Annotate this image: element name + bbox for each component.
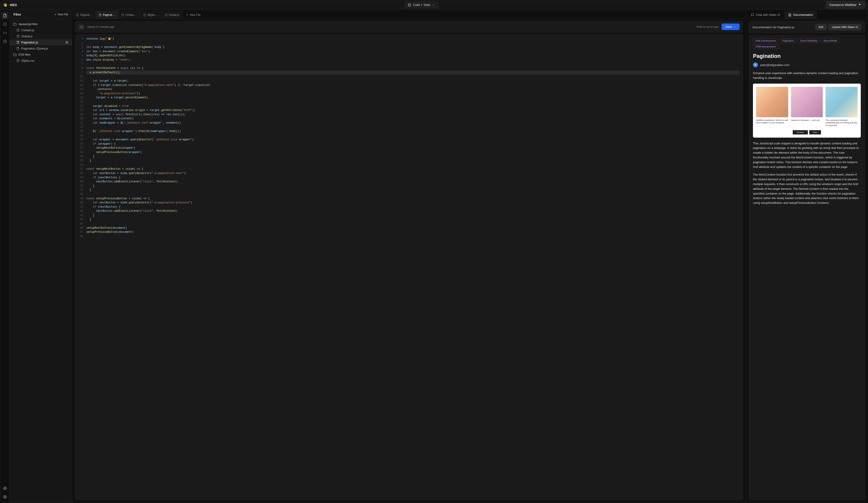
svg-line-7 bbox=[5, 497, 6, 498]
doc-preview: Webflow localization: What it is and why… bbox=[753, 84, 861, 138]
svg-line-6 bbox=[4, 496, 4, 496]
code-icon bbox=[3, 31, 7, 34]
editor-tabs: Paginati…Paginat…Contac…Styles.…Global.j… bbox=[73, 11, 745, 19]
doc-tags: Web DevelopmentPaginationEvent HandlingA… bbox=[753, 35, 861, 51]
file-icon bbox=[3, 14, 7, 18]
folder-icon bbox=[13, 23, 17, 26]
file-label: Pagination JQuery.js bbox=[21, 47, 48, 50]
right-panel-tabs: Chat with Slater AIDocumentation bbox=[747, 11, 867, 19]
file-row[interactable]: Pagination JQuery.js bbox=[10, 45, 72, 52]
update-slater-button[interactable]: Update With Slater AI bbox=[828, 24, 861, 30]
box-icon bbox=[3, 22, 7, 26]
sidebar: Files New File Javascript filesContact.j… bbox=[10, 10, 72, 503]
doc-tag[interactable]: DOM Manipulation bbox=[753, 44, 778, 49]
editor-tab[interactable]: Paginat… bbox=[96, 11, 118, 19]
save-button[interactable]: Save bbox=[722, 23, 740, 30]
rail-code[interactable] bbox=[1, 29, 9, 36]
wave-icon: 👋 bbox=[3, 3, 8, 7]
svg-point-3 bbox=[4, 488, 6, 489]
file-label: Pagination.js bbox=[21, 41, 38, 44]
editor-area: Paginati…Paginat…Contac…Styles.…Global.j… bbox=[72, 10, 746, 503]
file-row[interactable]: Pagination.js bbox=[10, 39, 72, 45]
save-label: Save bbox=[725, 25, 732, 29]
tab-label: Global.js bbox=[169, 13, 179, 17]
mode-label: Code + Tools bbox=[413, 3, 430, 7]
editor-tab[interactable]: Paginati… bbox=[73, 11, 96, 19]
folder-icon bbox=[13, 53, 17, 56]
connect-webflow-button[interactable]: Connect to Webflow bbox=[826, 1, 865, 9]
doc-tag[interactable]: Web Development bbox=[753, 39, 778, 43]
chevron-down-icon bbox=[432, 4, 435, 6]
right-panel: Chat with Slater AIDocumentation Documen… bbox=[746, 10, 868, 503]
preview-next-button[interactable]: Next bbox=[809, 130, 821, 135]
file-icon bbox=[165, 13, 167, 16]
editor-tab[interactable]: Styles.… bbox=[140, 11, 162, 19]
tab-label: Contac… bbox=[125, 13, 137, 17]
tab-label: Paginati… bbox=[80, 13, 92, 17]
doc-tag[interactable]: Async/Await bbox=[821, 39, 839, 43]
doc-title: Pagination bbox=[753, 53, 861, 59]
right-panel-tab[interactable]: Chat with Slater AI bbox=[747, 11, 784, 19]
nav-rail bbox=[0, 10, 10, 503]
settings-toggle[interactable] bbox=[78, 24, 84, 30]
right-panel-tab[interactable]: Documentation bbox=[784, 11, 817, 19]
saved-status: Saved 21 minutes ago bbox=[87, 25, 114, 29]
folder-label: CSS files bbox=[18, 53, 30, 56]
rail-package[interactable] bbox=[1, 21, 9, 28]
folder-row[interactable]: CSS files bbox=[10, 52, 72, 57]
edit-button[interactable]: Edit bbox=[815, 24, 827, 30]
preview-card-title: Webflow localization: What it is and why… bbox=[756, 119, 788, 124]
author-email: pabz@edgarallan.com bbox=[760, 63, 789, 67]
file-icon bbox=[121, 13, 124, 16]
preview-prev-button[interactable]: Previous bbox=[793, 130, 808, 135]
code-editor[interactable]: 1234567891011121314151617181920212223242… bbox=[75, 34, 743, 500]
preview-thumb bbox=[791, 87, 823, 117]
plus-icon bbox=[54, 13, 57, 16]
layout-icon bbox=[408, 3, 411, 7]
file-label: Contact.js bbox=[21, 29, 34, 32]
rail-history[interactable] bbox=[1, 38, 9, 45]
folder-row[interactable]: Javascript files bbox=[10, 21, 72, 27]
preview-thumb bbox=[756, 87, 788, 117]
editor-tab[interactable]: Contac… bbox=[118, 11, 140, 19]
preview-card: Asteroid or dinosaur — pick one bbox=[791, 87, 823, 127]
new-tab-button[interactable]: New File bbox=[183, 13, 204, 17]
chat-icon bbox=[751, 13, 754, 17]
sliders-icon bbox=[80, 25, 83, 29]
tab-label: Paginat… bbox=[103, 13, 115, 17]
plus-icon bbox=[186, 13, 188, 16]
doc-para-2: The fetchContent function first prevents… bbox=[753, 172, 861, 206]
gear-icon bbox=[3, 486, 7, 490]
file-icon bbox=[99, 13, 102, 16]
preview-card-title: The connection between storytelling and … bbox=[826, 119, 858, 127]
doc-icon bbox=[788, 13, 792, 17]
new-file-label: New File bbox=[58, 13, 68, 16]
file-tree: Javascript filesContact.jsGlobal.jsPagin… bbox=[10, 19, 72, 65]
file-icon bbox=[17, 35, 19, 38]
rail-help[interactable] bbox=[1, 493, 9, 501]
file-row[interactable]: Global.js bbox=[10, 33, 72, 39]
file-row[interactable]: Styles.css bbox=[10, 57, 72, 64]
gear-icon[interactable] bbox=[65, 41, 68, 44]
file-row[interactable]: Contact.js bbox=[10, 27, 72, 33]
new-file-button[interactable]: New File bbox=[54, 13, 68, 16]
svg-line-8 bbox=[5, 496, 6, 496]
rail-files[interactable] bbox=[1, 12, 9, 19]
mode-dropdown[interactable]: Code + Tools bbox=[405, 2, 438, 8]
help-icon bbox=[3, 495, 7, 499]
chevron-down-icon bbox=[733, 25, 736, 28]
doc-tag[interactable]: Event Handling bbox=[798, 39, 820, 43]
svg-point-5 bbox=[4, 496, 6, 497]
doc-tag[interactable]: Pagination bbox=[779, 39, 796, 43]
file-label: Global.js bbox=[21, 34, 33, 38]
rail-settings[interactable] bbox=[1, 485, 9, 492]
folder-label: Javascript files bbox=[18, 22, 38, 26]
file-icon bbox=[17, 29, 19, 32]
doc-body: Web DevelopmentPaginationEvent HandlingA… bbox=[749, 35, 865, 500]
svg-line-9 bbox=[4, 497, 4, 498]
editor-tab[interactable]: Global.js bbox=[162, 11, 183, 19]
preview-card: The connection between storytelling and … bbox=[826, 87, 858, 127]
doc-header: Documentation for Pagination.js Edit Upd… bbox=[749, 21, 865, 33]
file-icon bbox=[17, 47, 19, 50]
brand-name: WES bbox=[10, 3, 17, 7]
